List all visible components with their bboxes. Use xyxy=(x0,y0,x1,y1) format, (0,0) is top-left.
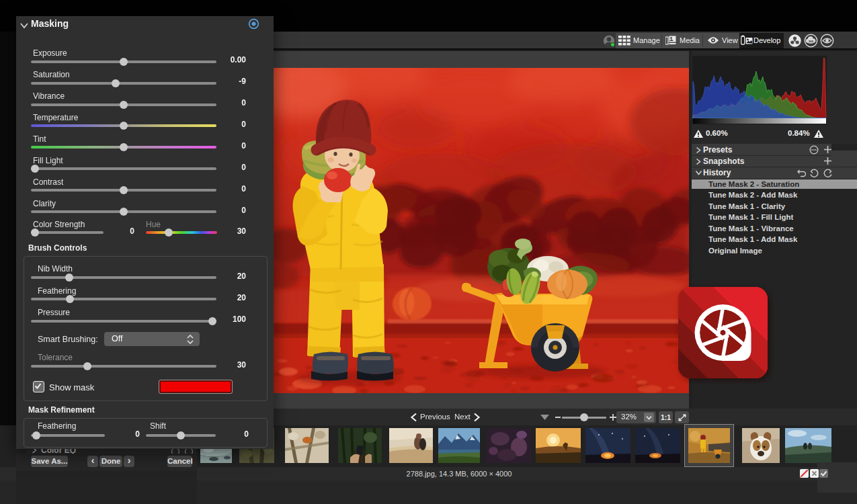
svg-text:365: 365 xyxy=(809,40,814,43)
